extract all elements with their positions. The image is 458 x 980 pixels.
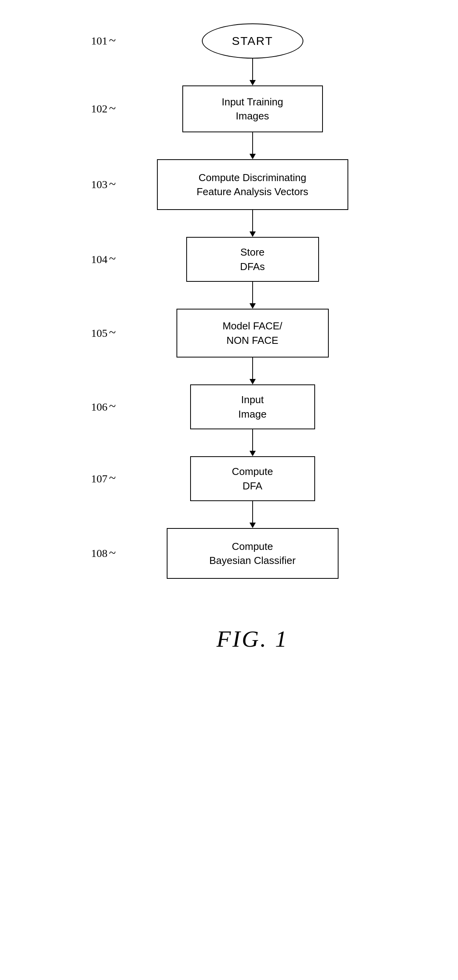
node-102-wrapper: Input TrainingImages	[120, 85, 385, 132]
arrow-line-5	[252, 357, 253, 379]
tilde-105: ~	[109, 325, 116, 340]
node-102: Input TrainingImages	[182, 85, 323, 132]
node-103-wrapper: Compute DiscriminatingFeature Analysis V…	[120, 159, 385, 210]
arrow-5	[73, 357, 385, 384]
arrow-line-7	[252, 501, 253, 523]
ref-num-108: 108	[91, 547, 107, 560]
start-label: START	[232, 34, 273, 48]
node-105-text: Model FACE/NON FACE	[223, 319, 282, 347]
ref-num-107: 107	[91, 473, 107, 485]
step-107-row: 107 ~ ComputeDFA	[73, 456, 385, 501]
arrow-4	[73, 282, 385, 309]
arrow-inner-1	[249, 59, 256, 85]
arrow-head-7	[249, 523, 256, 528]
start-oval: START	[202, 23, 303, 59]
arrow-inner-6	[249, 429, 256, 456]
arrow-head-6	[249, 451, 256, 456]
tilde-102: ~	[109, 101, 116, 116]
ref-108: 108 ~	[73, 546, 120, 561]
ref-107: 107 ~	[73, 471, 120, 486]
node-104-wrapper: StoreDFAs	[120, 237, 385, 282]
arrow-head-5	[249, 379, 256, 384]
arrow-inner-7	[249, 501, 256, 528]
node-107-wrapper: ComputeDFA	[120, 456, 385, 501]
arrow-7	[73, 501, 385, 528]
ref-104: 104 ~	[73, 252, 120, 267]
step-102-row: 102 ~ Input TrainingImages	[73, 85, 385, 132]
start-node-wrapper: START	[120, 23, 385, 59]
arrow-inner-3	[249, 210, 256, 237]
step-103-row: 103 ~ Compute DiscriminatingFeature Anal…	[73, 159, 385, 210]
arrow-line-1	[252, 59, 253, 80]
ref-num-106: 106	[91, 401, 107, 413]
node-108: ComputeBayesian Classifier	[167, 528, 339, 579]
ref-102: 102 ~	[73, 102, 120, 116]
node-106: InputImage	[190, 384, 315, 429]
start-ref: 101 ~	[73, 34, 120, 48]
arrow-line-3	[252, 210, 253, 231]
ref-103: 103 ~	[73, 178, 120, 192]
tilde-101: ~	[109, 33, 116, 48]
tilde-107: ~	[109, 471, 116, 485]
flowchart-diagram: 101 ~ START 102 ~ Input TrainingImages	[0, 0, 458, 684]
arrow-1	[73, 59, 385, 85]
node-104-text: StoreDFAs	[240, 245, 265, 274]
arrow-head-1	[249, 80, 256, 85]
arrow-head-3	[249, 231, 256, 237]
arrow-head-4	[249, 303, 256, 309]
node-102-text: Input TrainingImages	[222, 95, 283, 123]
figure-caption: FIG. 1	[217, 626, 289, 653]
tilde-106: ~	[109, 399, 116, 413]
arrow-line-4	[252, 282, 253, 303]
start-row: 101 ~ START	[73, 23, 385, 59]
tilde-108: ~	[109, 546, 116, 560]
tilde-103: ~	[109, 177, 116, 191]
arrow-head-2	[249, 154, 256, 159]
arrow-6	[73, 429, 385, 456]
arrow-inner-2	[249, 132, 256, 159]
ref-num-104: 104	[91, 253, 107, 266]
arrow-3	[73, 210, 385, 237]
arrow-inner-4	[249, 282, 256, 309]
node-105: Model FACE/NON FACE	[176, 309, 329, 357]
ref-num-102: 102	[91, 103, 107, 115]
arrow-2	[73, 132, 385, 159]
step-104-row: 104 ~ StoreDFAs	[73, 237, 385, 282]
node-107: ComputeDFA	[190, 456, 315, 501]
node-108-wrapper: ComputeBayesian Classifier	[120, 528, 385, 579]
node-106-wrapper: InputImage	[120, 384, 385, 429]
ref-101: 101	[91, 35, 107, 47]
arrow-line-6	[252, 429, 253, 451]
node-106-text: InputImage	[238, 393, 266, 421]
node-105-wrapper: Model FACE/NON FACE	[120, 309, 385, 357]
step-108-row: 108 ~ ComputeBayesian Classifier	[73, 528, 385, 579]
node-104: StoreDFAs	[186, 237, 319, 282]
ref-num-103: 103	[91, 178, 107, 191]
arrow-line-2	[252, 132, 253, 154]
node-108-text: ComputeBayesian Classifier	[209, 539, 296, 568]
ref-num-105: 105	[91, 327, 107, 340]
step-105-row: 105 ~ Model FACE/NON FACE	[73, 309, 385, 357]
ref-106: 106 ~	[73, 400, 120, 414]
figure-caption-wrapper: FIG. 1	[96, 610, 409, 653]
step-106-row: 106 ~ InputImage	[73, 384, 385, 429]
node-103-text: Compute DiscriminatingFeature Analysis V…	[196, 171, 308, 199]
node-103: Compute DiscriminatingFeature Analysis V…	[157, 159, 348, 210]
tilde-104: ~	[109, 251, 116, 266]
node-107-text: ComputeDFA	[232, 464, 273, 493]
arrow-inner-5	[249, 357, 256, 384]
ref-105: 105 ~	[73, 326, 120, 340]
